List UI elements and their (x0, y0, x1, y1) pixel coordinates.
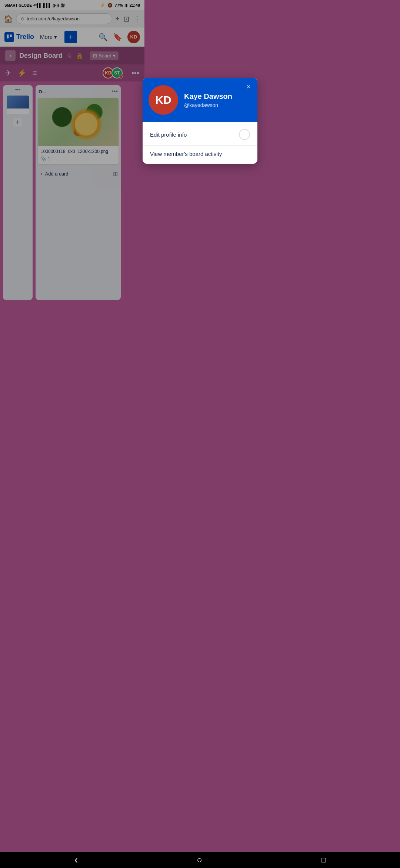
view-activity-button[interactable]: View member's board activity (143, 146, 144, 162)
popup-header: KD Kaye Dawson @kayedawson × (143, 78, 144, 122)
profile-popup: KD Kaye Dawson @kayedawson × Edit profil… (143, 78, 144, 164)
edit-profile-button[interactable]: Edit profile info (143, 124, 144, 145)
popup-overlay[interactable] (0, 0, 144, 415)
popup-body: Edit profile info View member's board ac… (143, 122, 144, 164)
